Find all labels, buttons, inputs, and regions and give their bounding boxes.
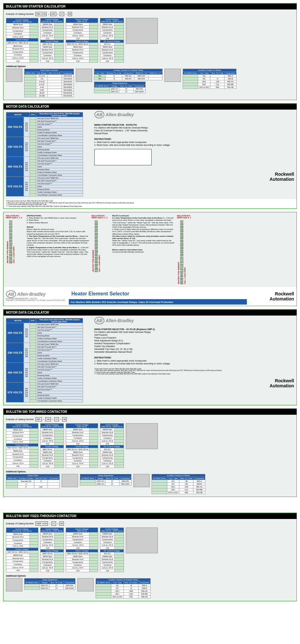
bulletin-509-section: BULLETIN 509 STARTER CALCULATOR Example …	[3, 3, 297, 100]
heater-codes-3: W50W51W52W53W54W55W56W57W58W59W60W61W62W…	[180, 220, 183, 285]
voltage-block: Control Voltage:24V 50 Hz / 24V 60 HzNEM…	[6, 527, 38, 572]
heater-type-label: HEATER TYPE NUMBER	[6, 220, 9, 264]
option-table: Surge SuppressorAll NEMA SizesVoltageMod…	[94, 82, 145, 93]
bulletin-500-section: BULLETIN 500 TOP-WIRED CONTACTOR Example…	[3, 408, 297, 497]
section-title: BULLETIN 509 STARTER CALCULATOR	[3, 3, 297, 9]
part-3: 98	[68, 12, 72, 16]
voltage-block: Control Voltage:208V 60 HzNEMA SizeModul…	[66, 423, 98, 468]
selector-title: NEMA STARTER SELECTOR – E1 PLUS (Replace…	[94, 328, 155, 330]
option-table: Solid State OverloadNEMA SizeAdj. RangeM…	[24, 69, 74, 97]
option-table: Auxiliary Contact on StarterAll NEMA Siz…	[183, 69, 236, 89]
voltage-block: Control Voltage:110V 50 Hz / 120V 60 HzN…	[40, 423, 64, 468]
voltage-block: Control Voltage:208V 60 HzNEMA SizeModul…	[66, 18, 98, 63]
heater-title: Heater Element Selector	[69, 288, 247, 300]
motor-calc-1-section: MOTOR DATA CALCULATOR MOTORH.P.Three pha…	[3, 103, 297, 209]
rockwell-logo: RockwellAutomation	[94, 172, 294, 182]
voltage-block: Control Voltage:110V 50 Hz / 120V 60 HzN…	[40, 527, 64, 572]
product-image	[126, 18, 158, 44]
part-1: A2E	[50, 12, 56, 16]
voltage-block: Control Voltage:220V 50 Hz / 240V 60 HzN…	[100, 527, 124, 572]
window-placeholder	[94, 149, 152, 165]
instr-header: INSTRUCTIONS:	[94, 138, 112, 140]
voltage-block: Control Voltage:208V 60 HzNEMA SizeModul…	[66, 527, 98, 572]
option-image	[6, 69, 22, 82]
ab-logo: AB Allen-Bradley	[94, 112, 294, 117]
fla-label: FULL LOAD AMPS	[12, 220, 15, 264]
option-table: Power PolesNEMA SizeNumber of PolesMod K…	[6, 474, 60, 488]
example-label: Example of Catalog Number:	[6, 13, 34, 15]
option-image	[164, 69, 181, 82]
part-0: 509-COD	[36, 12, 47, 16]
product-image	[126, 423, 158, 449]
section-title: BULLETIN 500 TOP-WIRED CONTACTOR	[3, 409, 297, 415]
motor-table: MOTORH.P.Three phase motor data for 60 H…	[6, 112, 83, 197]
footnotes: * Full Load Currents are from Table 430-…	[3, 200, 297, 208]
option-image	[77, 578, 94, 591]
option-table: Surge SuppressorAll NEMA SizesVoltageMod…	[24, 578, 75, 590]
instr-1: 1. Slide insert to select appropriate mo…	[94, 141, 147, 143]
instr-2: 2. Read motor, wire and conduit data fro…	[94, 144, 170, 146]
voltage-block: Control Voltage:220V 50 Hz / 240V 60 HzN…	[100, 18, 124, 63]
option-table: Surge SuppressorAll NEMA SizesVoltageMod…	[80, 474, 131, 486]
option-table: Auxiliary Contact on StarterAll NEMA Siz…	[152, 474, 205, 494]
selector-sub: For Starters with Bulletin 592 Solid-Sta…	[94, 331, 151, 353]
selector-sub: For Starters with Bulletin 592 Eutectic …	[94, 127, 148, 134]
option-image	[62, 474, 78, 487]
section-title: MOTOR DATA CALCULATOR	[3, 104, 297, 110]
heater-codes-2: W41W42W43W44W45W46W47W48W49W50W51W52W53W…	[95, 220, 98, 272]
option-image	[133, 474, 150, 487]
heater-section: BULLETIN NO: NEMA SIZE 0, 1, 2 HEATER TY…	[3, 212, 297, 306]
nema-label: NEMA SIZE 0, 1, 2	[6, 217, 25, 219]
additional-options-label: Additional Options	[6, 65, 294, 67]
motor-table: MOTORH.P.Three phase motor data for 60 H…	[6, 318, 83, 402]
catalog-example-row: Example of Catalog Number: 509-COD- A2E-…	[6, 12, 294, 16]
heater-codes-1: W10W11W12W13W14W15W16W17W18W19W20W21W22W…	[9, 220, 12, 264]
option-image	[6, 578, 22, 591]
bulletin-500f-section: BULLETIN 500F FEED-THROUGH CONTACTOR Exa…	[3, 513, 297, 601]
option-image	[76, 69, 92, 82]
option-table: Auxiliary Contact On Eutectic RelayCont.…	[94, 69, 163, 80]
product-image	[126, 527, 158, 553]
voltage-block: Control Voltage:220V 50 Hz / 240V 60 HzN…	[100, 423, 124, 468]
selector-title: NEMA STARTER SELECTOR - EUTECTIC	[94, 124, 137, 126]
section-title: MOTOR DATA CALCULATOR	[3, 310, 297, 316]
part-2: 17	[60, 12, 64, 16]
option-table: Auxiliary Contact On Eutectic RelayAll N…	[96, 578, 150, 598]
voltage-block: Control Voltage:24V 50 Hz / 24V 60 HzNEM…	[6, 18, 38, 63]
voltage-block: Control Voltage:24V 50 Hz / 24V 60 HzNEM…	[6, 423, 38, 468]
motor-calc-2-section: MOTOR DATA CALCULATOR MOTORH.P.Three pha…	[3, 309, 297, 405]
section-title: BULLETIN 500F FEED-THROUGH CONTACTOR	[3, 513, 297, 519]
heater-subtitle: For Starters With Bulletin 592 Eutectic …	[69, 300, 247, 305]
voltage-block: Control Voltage:110V 50 Hz / 120V 60 HzN…	[40, 18, 64, 63]
